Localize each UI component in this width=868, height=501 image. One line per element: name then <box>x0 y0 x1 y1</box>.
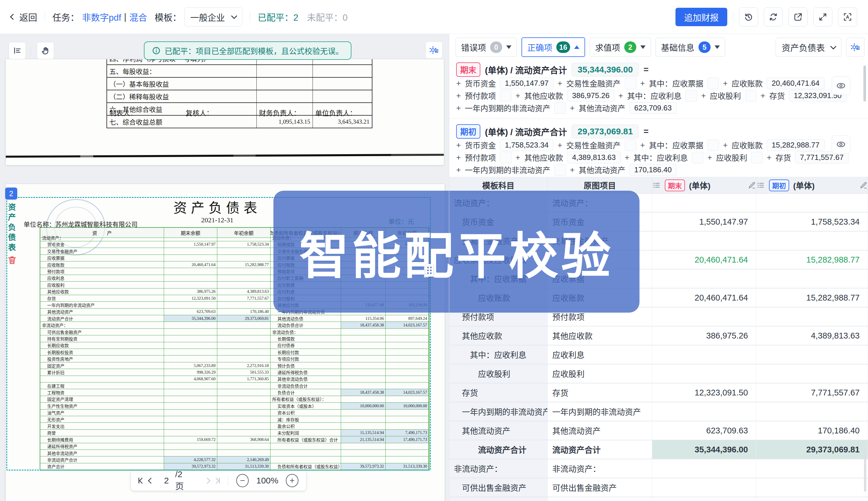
prev-page-button[interactable] <box>149 479 153 483</box>
period-end-value-cell[interactable] <box>652 478 756 497</box>
period-begin-value-cell[interactable] <box>756 232 868 250</box>
term-value-input-empty[interactable] <box>500 90 511 102</box>
period-begin-value-cell[interactable] <box>756 497 868 501</box>
term-value-input-empty[interactable] <box>745 90 757 102</box>
term-value-input-empty[interactable] <box>708 139 719 151</box>
table-scrollbar[interactable] <box>864 449 866 492</box>
period-begin-value-cell[interactable]: 1,758,523.34 <box>756 213 868 232</box>
current-page-input[interactable]: 2 <box>164 476 169 486</box>
table-row[interactable]: 可供出售金融资产可供出售金融资产 <box>449 478 868 497</box>
period-end-value-cell[interactable] <box>652 194 756 213</box>
period-begin-value-cell[interactable] <box>756 194 868 213</box>
outline-button[interactable] <box>9 42 26 59</box>
sheet-type-vertical-label[interactable]: 资产负债表 <box>6 203 17 253</box>
history-button[interactable] <box>739 8 758 26</box>
sync-button[interactable] <box>764 8 783 26</box>
list-icon[interactable] <box>756 181 765 190</box>
panel-scrollbar[interactable] <box>864 66 866 102</box>
period-begin-value-cell[interactable]: 29,373,069.81 <box>756 440 868 459</box>
template-select[interactable]: 一般企业 <box>184 8 242 26</box>
delete-sheet-button[interactable] <box>7 255 17 265</box>
period-begin-value-cell[interactable] <box>756 364 868 383</box>
period-end-value-cell[interactable]: 623,709.63 <box>652 421 756 440</box>
term-value-input-empty[interactable] <box>625 139 636 151</box>
formula-total-value[interactable]: 29,373,069.81 <box>572 125 639 138</box>
term-value-input-empty[interactable] <box>554 164 566 176</box>
table-row[interactable]: 应收股利应收股利 <box>449 364 868 383</box>
term-value-input[interactable]: 1,758,523.34 <box>500 139 553 151</box>
term-value-input[interactable]: 1,550,147.97 <box>500 77 553 89</box>
period-end-value-cell[interactable] <box>652 364 756 383</box>
period-begin-value-cell[interactable]: 4,389,813.63 <box>756 327 868 345</box>
period-end-value-cell[interactable] <box>652 497 756 501</box>
first-page-button[interactable] <box>138 478 144 483</box>
period-begin-value-cell[interactable] <box>756 307 868 327</box>
table-row[interactable]: 存货存货12,323,091.507,771,557.67 <box>449 383 868 402</box>
term-value-input[interactable]: 386,975.26 <box>567 90 615 102</box>
filter-错误项[interactable]: 错误项0 <box>456 38 517 57</box>
pencil-icon[interactable] <box>859 181 868 190</box>
hand-tool-button[interactable] <box>37 42 54 59</box>
table-row[interactable]: 非流动资产：非流动资产： <box>449 459 868 478</box>
term-value-input-empty[interactable] <box>692 152 703 163</box>
sheet-type-select[interactable]: 资产负债表 <box>776 38 841 57</box>
term-value-input[interactable]: 4,389,813.63 <box>567 151 621 163</box>
term-value-input-empty[interactable] <box>625 78 636 89</box>
period-end-value-cell[interactable] <box>652 345 756 364</box>
period-end-value-cell[interactable] <box>652 459 756 478</box>
period-begin-value-cell[interactable] <box>756 402 868 421</box>
preview-eye-button[interactable] <box>832 135 850 153</box>
back-button[interactable]: 返回 <box>11 10 37 23</box>
fullscreen-button[interactable] <box>813 8 832 26</box>
filter-求值项[interactable]: 求值项2 <box>590 38 651 57</box>
period-end-value-cell[interactable]: 386,975.26 <box>652 327 756 345</box>
period-end-value-cell[interactable]: 1,550,147.97 <box>652 213 756 232</box>
next-page-button[interactable] <box>205 479 210 483</box>
period-end-value-cell[interactable]: 12,323,091.50 <box>652 383 756 402</box>
zoom-in-button[interactable]: + <box>286 474 299 487</box>
term-value-input-empty[interactable] <box>686 90 697 102</box>
period-end-value-cell[interactable]: 35,344,396.00 <box>652 440 756 459</box>
period-begin-value-cell[interactable] <box>756 345 868 364</box>
filter-正确项[interactable]: 正确项16 <box>522 38 585 57</box>
filter-基础信息[interactable]: 基础信息5 <box>656 38 725 57</box>
term-value-input[interactable]: 15,282,988.77 <box>767 139 824 151</box>
table-row[interactable]: 一年内到期的非流动资产一年内到期的非流动资产 <box>449 402 868 421</box>
period-begin-value-cell[interactable] <box>756 269 868 288</box>
period-begin-value-cell[interactable] <box>756 459 868 478</box>
period-end-value-cell[interactable] <box>652 402 756 421</box>
zoom-out-button[interactable]: − <box>236 474 249 487</box>
formula-settings-button[interactable] <box>846 38 865 57</box>
ocr-button[interactable]: A <box>838 8 857 26</box>
period-end-value-cell[interactable] <box>652 269 756 288</box>
term-value-input-empty[interactable] <box>554 103 566 114</box>
term-value-input-empty[interactable] <box>751 152 763 163</box>
table-row[interactable]: 其中：应收利息应收利息 <box>449 345 868 364</box>
period-begin-value-cell[interactable]: 15,282,988.77 <box>756 288 868 307</box>
last-page-button[interactable] <box>214 478 220 483</box>
match-settings-button[interactable] <box>425 41 443 59</box>
period-begin-value-cell[interactable]: 170,186.40 <box>756 421 868 440</box>
list-icon[interactable] <box>652 181 661 190</box>
formula-total-value[interactable]: 35,344,396.00 <box>572 63 639 76</box>
period-begin-value-cell[interactable]: 7,771,557.67 <box>756 383 868 402</box>
term-value-input-empty[interactable] <box>500 152 511 163</box>
preview-eye-button[interactable] <box>832 76 850 95</box>
term-value-input[interactable]: 20,460,471.64 <box>767 77 824 89</box>
period-end-value-cell[interactable]: 20,460,471.64 <box>652 250 756 269</box>
table-row[interactable]: 其他流动资产其他流动资产623,709.63170,186.40 <box>449 421 868 440</box>
period-end-value-cell[interactable]: 20,460,471.64 <box>652 288 756 307</box>
term-value-input-empty[interactable] <box>708 78 719 89</box>
term-value-input[interactable]: 623,709.63 <box>629 102 677 114</box>
add-report-button[interactable]: 追加财报 <box>676 8 727 26</box>
period-end-value-cell[interactable] <box>652 307 756 327</box>
pencil-icon[interactable] <box>747 181 756 190</box>
period-begin-value-cell[interactable]: 15,282,988.77 <box>756 250 868 269</box>
period-begin-value-cell[interactable] <box>756 478 868 497</box>
table-row[interactable]: 流动资产合计流动资产合计35,344,396.0029,373,069.81 <box>449 440 868 459</box>
term-value-input[interactable]: 170,186.40 <box>629 164 677 176</box>
export-button[interactable] <box>788 8 807 26</box>
table-row[interactable]: 持有至到期投资持有至到期投资 <box>449 497 868 501</box>
period-end-value-cell[interactable] <box>652 232 756 250</box>
selection-drag-handle[interactable] <box>425 264 433 277</box>
